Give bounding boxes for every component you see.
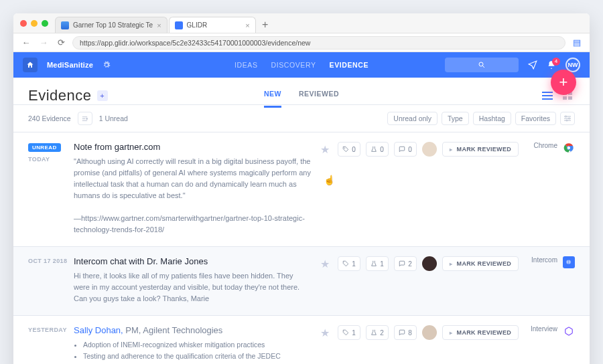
svg-point-15 <box>566 120 567 121</box>
app-topbar: MediSanitize IDEAS DISCOVERY EVIDENCE 4 … <box>13 52 590 78</box>
row-date: OCT 17 2018 <box>28 256 74 304</box>
assignee-avatar[interactable] <box>422 142 437 157</box>
url-input[interactable]: https://app.glidr.io/workspace/5c2e32433… <box>72 36 565 50</box>
notifications-button[interactable]: 4 <box>547 60 556 70</box>
svg-point-0 <box>479 62 483 66</box>
chrome-icon <box>563 142 575 154</box>
browser-tab[interactable]: Garner Top 10 Strategic Te × <box>55 17 168 33</box>
mark-reviewed-button[interactable]: ▸MARK REVIEWED <box>442 256 519 271</box>
metric-experiments[interactable]: 2 <box>366 325 389 340</box>
add-button[interactable]: + <box>551 70 576 95</box>
page-options-icon[interactable]: ▤ <box>571 37 583 49</box>
source-label: Intercom <box>524 256 557 264</box>
nav-evidence[interactable]: EVIDENCE <box>330 61 368 69</box>
metric-tags[interactable]: 1 <box>338 325 360 340</box>
notification-count: 4 <box>552 58 560 66</box>
nav-ideas[interactable]: IDEAS <box>234 61 258 69</box>
evidence-row[interactable]: OCT 17 2018 Intercom chat with Dr. Marie… <box>13 247 590 316</box>
metric-comments[interactable]: 2 <box>394 256 417 271</box>
svg-point-20 <box>567 147 570 149</box>
browser-tab-active[interactable]: GLIDR × <box>169 17 256 33</box>
app-window: Garner Top 10 Strategic Te × GLIDR × + ←… <box>13 13 590 364</box>
date-label: TODAY <box>28 156 50 163</box>
date-label: OCT 17 2018 <box>28 258 67 264</box>
star-icon[interactable]: ★ <box>318 142 332 157</box>
maximize-icon[interactable] <box>42 20 48 27</box>
browser-chrome: Garner Top 10 Strategic Te × GLIDR × + <box>13 13 590 33</box>
row-content: Sally Dohan, PM, Agilent Technologies Ad… <box>74 325 318 364</box>
evidence-row[interactable]: YESTERDAY Sally Dohan, PM, Agilent Techn… <box>13 316 590 364</box>
url-text: https://app.glidr.io/workspace/5c2e32433… <box>80 39 310 47</box>
metric-comments[interactable]: 8 <box>394 325 417 340</box>
star-icon[interactable]: ★ <box>318 256 332 271</box>
svg-rect-22 <box>567 260 568 264</box>
source-label: Interview <box>524 325 557 333</box>
evidence-tabs: NEW REVIEWED <box>264 86 339 108</box>
assignee-avatar[interactable] <box>422 256 437 271</box>
row-body: "Although using AI correctly will result… <box>74 156 311 236</box>
favicon-icon <box>175 21 183 29</box>
home-icon[interactable] <box>23 58 38 72</box>
new-tab-button[interactable]: + <box>257 17 273 33</box>
row-title: Note from gartner.com <box>74 142 311 152</box>
filter-favorites[interactable]: Favorites <box>515 112 556 125</box>
nav-discovery[interactable]: DISCOVERY <box>271 61 316 69</box>
metric-tags[interactable]: 1 <box>338 256 360 271</box>
list-item: Testing and adherence to the qualificati… <box>83 351 311 364</box>
unread-count: 1 Unread <box>99 114 128 122</box>
svg-point-13 <box>565 116 567 117</box>
svg-point-9 <box>86 118 88 119</box>
row-date: UNREAD TODAY <box>28 142 74 236</box>
forward-button[interactable]: → <box>38 37 50 49</box>
unread-filter-icon[interactable] <box>78 112 92 125</box>
svg-point-14 <box>569 118 570 119</box>
row-content: Note from gartner.com "Although using AI… <box>74 142 318 236</box>
svg-rect-8 <box>568 96 572 100</box>
list-item: Adoption of INEMI-recognized whisker mit… <box>83 339 311 351</box>
star-icon[interactable]: ★ <box>318 325 332 340</box>
metric-experiments[interactable]: 1 <box>366 256 389 271</box>
metric-experiments[interactable]: 0 <box>366 142 389 157</box>
metric-comments[interactable]: 0 <box>394 142 417 157</box>
assignee-avatar[interactable] <box>422 325 437 340</box>
metric-tags[interactable]: 0 <box>338 142 360 157</box>
page-title: Evidence <box>28 87 92 104</box>
close-tab-icon[interactable]: × <box>245 21 249 29</box>
add-evidence-chip[interactable]: + <box>97 90 108 101</box>
intercom-icon <box>563 256 575 268</box>
row-title: Sally Dohan, PM, Agilent Technologies <box>74 325 311 335</box>
minimize-icon[interactable] <box>31 20 38 27</box>
close-tab-icon[interactable]: × <box>157 21 161 29</box>
evidence-row[interactable]: UNREAD TODAY Note from gartner.com "Alth… <box>13 132 590 247</box>
row-actions: ★ 1 2 8 ▸MARK REVIEWED Interview <box>318 325 575 364</box>
mark-reviewed-button[interactable]: ▸MARK REVIEWED <box>442 142 519 157</box>
filter-type[interactable]: Type <box>442 112 469 125</box>
gear-icon[interactable] <box>103 61 111 69</box>
close-icon[interactable] <box>20 20 27 27</box>
svg-rect-2 <box>542 92 553 93</box>
page-header: Evidence + NEW REVIEWED <box>13 78 590 104</box>
reload-button[interactable]: ⟳ <box>55 37 67 49</box>
workspace-name[interactable]: MediSanitize <box>47 61 93 69</box>
interview-icon <box>563 325 575 337</box>
paper-plane-icon[interactable] <box>528 60 537 70</box>
address-bar-row: ← → ⟳ https://app.glidr.io/workspace/5c2… <box>13 33 590 52</box>
unread-badge: UNREAD <box>28 143 61 152</box>
filters-bar: 240 Evidence 1 Unread Unread only Type H… <box>13 104 590 132</box>
tab-reviewed[interactable]: REVIEWED <box>299 86 339 108</box>
row-actions: ★ 0 0 0 ▸MARK REVIEWED Chrome <box>318 142 575 236</box>
search-input[interactable] <box>445 58 519 72</box>
svg-rect-21 <box>567 261 567 264</box>
tab-label: Garner Top 10 Strategic Te <box>73 21 153 29</box>
mark-reviewed-button[interactable]: ▸MARK REVIEWED <box>442 325 519 340</box>
tab-new[interactable]: NEW <box>264 86 281 108</box>
svg-rect-7 <box>563 96 567 100</box>
filter-hashtag[interactable]: Hashtag <box>473 112 511 125</box>
list-view-icon[interactable] <box>540 90 555 101</box>
favicon-icon <box>61 21 69 29</box>
back-button[interactable]: ← <box>20 37 32 49</box>
filter-unread-only[interactable]: Unread only <box>387 112 438 125</box>
settings-icon[interactable] <box>560 112 575 125</box>
traffic-lights <box>13 20 55 27</box>
svg-point-16 <box>344 148 345 149</box>
